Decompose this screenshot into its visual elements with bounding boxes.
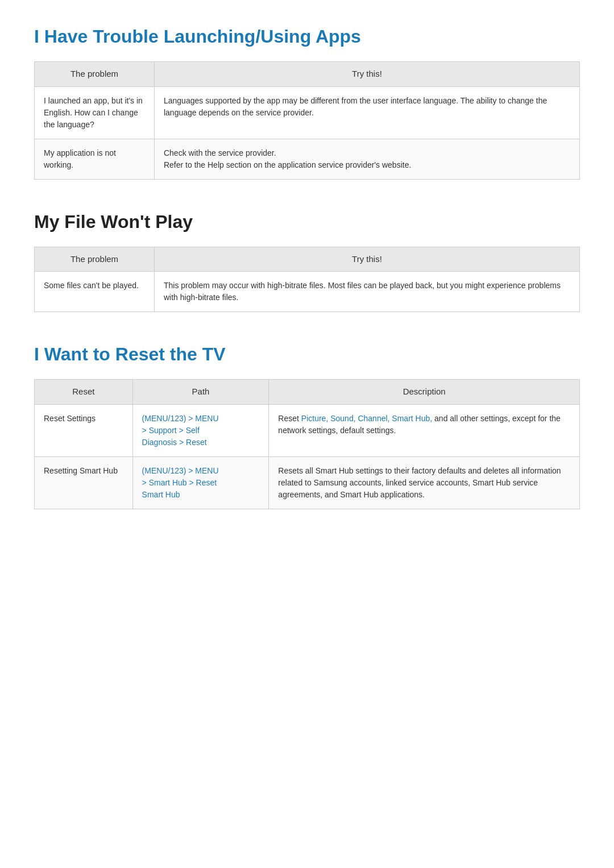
reset-name-2: Resetting Smart Hub xyxy=(35,456,133,509)
table-row: I launched an app, but it's in English. … xyxy=(35,86,580,139)
section-reset-title: I Want to Reset the TV xyxy=(34,340,580,368)
apps-trouble-table: The problem Try this! I launched an app,… xyxy=(34,61,580,180)
apps-solution-1: Languages supported by the app may be di… xyxy=(154,86,579,139)
section-reset-tv: I Want to Reset the TV Reset Path Descri… xyxy=(34,340,580,509)
reset-desc-1: Reset Picture, Sound, Channel, Smart Hub… xyxy=(269,404,580,456)
file-problem-1: Some files can't be played. xyxy=(35,272,155,312)
reset-table: Reset Path Description Reset Settings (M… xyxy=(34,379,580,509)
apps-problem-1: I launched an app, but it's in English. … xyxy=(35,86,155,139)
file-solution-1: This problem may occur with high-bitrate… xyxy=(154,272,579,312)
section-file-title: My File Won't Play xyxy=(34,208,580,235)
file-table-header-problem: The problem xyxy=(35,247,155,272)
file-table-header-try: Try this! xyxy=(154,247,579,272)
apps-table-header-try: Try this! xyxy=(154,62,579,87)
section-apps-trouble: I Have Trouble Launching/Using Apps The … xyxy=(34,23,580,180)
file-play-table: The problem Try this! Some files can't b… xyxy=(34,247,580,313)
section-file-play: My File Won't Play The problem Try this!… xyxy=(34,208,580,313)
reset-desc-link-1: Picture, Sound, Channel, Smart Hub, xyxy=(301,414,432,423)
reset-path-1: (MENU/123) > MENU > Support > Self Diagn… xyxy=(132,404,269,456)
reset-path-text-1: (MENU/123) > MENU > Support > Self Diagn… xyxy=(142,414,219,447)
table-row: My application is not working. Check wit… xyxy=(35,139,580,179)
reset-name-1: Reset Settings xyxy=(35,404,133,456)
section-apps-title: I Have Trouble Launching/Using Apps xyxy=(34,23,580,50)
reset-table-header-reset: Reset xyxy=(35,380,133,405)
reset-desc-2: Resets all Smart Hub settings to their f… xyxy=(269,456,580,509)
reset-path-text-2: (MENU/123) > MENU > Smart Hub > Reset Sm… xyxy=(142,466,219,499)
reset-table-header-desc: Description xyxy=(269,380,580,405)
table-row: Reset Settings (MENU/123) > MENU > Suppo… xyxy=(35,404,580,456)
apps-table-header-problem: The problem xyxy=(35,62,155,87)
apps-solution-2: Check with the service provider.Refer to… xyxy=(154,139,579,179)
apps-problem-2: My application is not working. xyxy=(35,139,155,179)
reset-path-2: (MENU/123) > MENU > Smart Hub > Reset Sm… xyxy=(132,456,269,509)
table-row: Some files can't be played. This problem… xyxy=(35,272,580,312)
table-row: Resetting Smart Hub (MENU/123) > MENU > … xyxy=(35,456,580,509)
reset-table-header-path: Path xyxy=(132,380,269,405)
